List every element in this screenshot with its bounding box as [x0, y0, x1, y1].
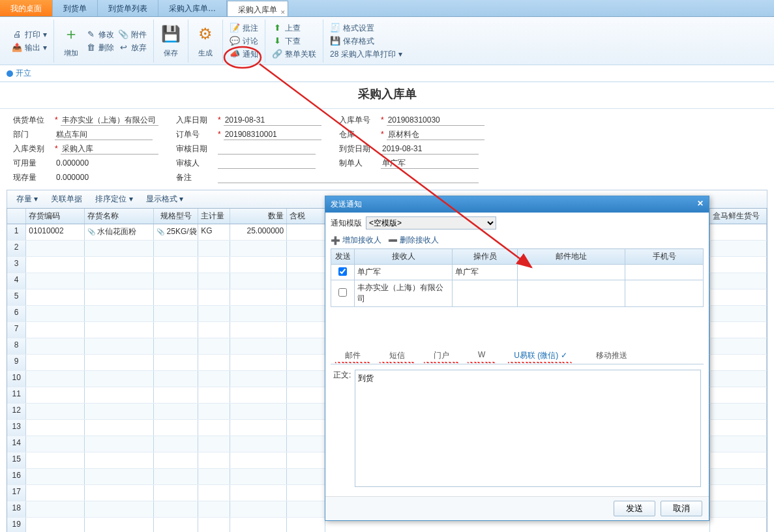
supplier-label: 供货单位: [13, 115, 52, 126]
intype-label: 入库类别: [13, 143, 52, 155]
attach-button[interactable]: 📎附件: [118, 29, 147, 40]
maker-field[interactable]: 单广军: [381, 157, 479, 169]
stock-value: 0.000000: [55, 171, 153, 183]
note-icon: 📝: [230, 23, 240, 33]
dept-field[interactable]: 糕点车间: [55, 128, 153, 140]
abandon-button[interactable]: ↩放弃: [118, 42, 147, 53]
header-form: 供货单位*丰亦实业（上海）有限公司 入库日期*2019-08-31 入库单号*2…: [0, 109, 774, 188]
subtab-sms[interactable]: 短信: [375, 347, 419, 364]
col-unit[interactable]: 主计量: [198, 209, 230, 224]
subtab-mail[interactable]: 邮件: [331, 347, 375, 364]
dialog-title-bar[interactable]: 发送通知 ✕: [325, 196, 709, 213]
gear-icon: ⚙: [195, 23, 216, 44]
save-button[interactable]: 💾保存: [160, 23, 181, 59]
up-icon: ⬆: [272, 23, 282, 33]
main-tabs: 我的桌面 到货单 到货单列表 采购入库单… 采购入库单✕: [0, 0, 774, 17]
wh-label: 仓库: [339, 129, 378, 140]
page-title: 采购入库单: [0, 82, 774, 109]
close-icon[interactable]: ✕: [280, 4, 286, 21]
export-icon: 📤: [12, 42, 22, 53]
indate-label: 入库日期: [176, 115, 215, 126]
message-type-tabs: 邮件 短信 门户 W U易联 (微信) ✓ 移动推送: [331, 347, 704, 364]
format-button[interactable]: 🧾格式设置: [330, 22, 402, 34]
tab-1[interactable]: 到货单: [53, 0, 98, 16]
auditor-field[interactable]: [218, 157, 316, 169]
save-icon: 💾: [160, 23, 181, 44]
megaphone-icon: 📣: [230, 49, 240, 59]
plus-icon: ➕: [331, 236, 340, 245]
send-button[interactable]: 发送: [614, 501, 655, 516]
modify-button[interactable]: ✎修改: [85, 29, 114, 40]
table-row[interactable]: 丰亦实业（上海）有限公司: [331, 280, 704, 307]
stock-label: 现存量: [13, 172, 52, 183]
dept-label: 部门: [13, 129, 52, 140]
minus-icon: ➖: [388, 236, 398, 245]
dialog-title: 发送通知: [331, 199, 362, 210]
status-bar: 开立: [0, 65, 774, 82]
link-icon: 🔗: [272, 49, 282, 59]
tab-3[interactable]: 采购入库单…: [158, 0, 227, 16]
generate-button[interactable]: ⚙生成: [195, 23, 216, 59]
col-phone: 手机号: [625, 249, 704, 265]
inno-label: 入库单号: [339, 115, 378, 126]
down-button[interactable]: ⬇下查: [272, 35, 316, 47]
subtab-w[interactable]: W: [464, 347, 499, 364]
template-label: 通知模版: [331, 218, 362, 229]
format-icon: 🧾: [330, 23, 340, 33]
col-tax[interactable]: 含税: [287, 209, 325, 224]
table-row[interactable]: 单广军单广军: [331, 265, 704, 280]
notify-button[interactable]: 📣通知: [230, 48, 258, 60]
tab-active[interactable]: 采购入库单✕: [227, 1, 288, 16]
col-qty[interactable]: 数量: [230, 209, 287, 224]
relate-button[interactable]: 关联单据: [46, 192, 87, 206]
approve-button[interactable]: 📝批注: [230, 22, 258, 34]
col-op: 操作员: [453, 249, 518, 265]
saveformat-button[interactable]: 💾保存格式: [330, 35, 402, 47]
template-select[interactable]: <空模版>: [366, 216, 496, 229]
discuss-button[interactable]: 💬讨论: [230, 35, 258, 47]
intype-field[interactable]: 采购入库: [61, 143, 158, 155]
col-mail: 邮件地址: [518, 249, 625, 265]
add-recipient-button[interactable]: ➕增加接收人: [331, 235, 381, 246]
clip-icon: 📎: [118, 29, 128, 40]
recipient-table: 发送 接收人 操作员 邮件地址 手机号 单广军单广军丰亦实业（上海）有限公司: [331, 248, 704, 307]
sort-dropdown[interactable]: 排序定位 ▾: [90, 192, 138, 206]
subtab-yilian[interactable]: U易联 (微信) ✓: [499, 347, 581, 364]
del-recipient-button[interactable]: ➖删除接收人: [388, 235, 439, 246]
inno-field[interactable]: 201908310030: [387, 114, 484, 126]
add-button[interactable]: ＋增加: [61, 23, 82, 59]
send-checkbox[interactable]: [338, 288, 347, 297]
subtab-portal[interactable]: 门户: [419, 347, 464, 364]
col-code[interactable]: 存货编码: [26, 209, 84, 224]
orderno-field[interactable]: 201908310001: [224, 128, 321, 140]
orderno-label: 订单号: [176, 129, 215, 140]
print-button[interactable]: 🖨打印 ▾: [12, 29, 47, 40]
auditdate-field[interactable]: [218, 143, 316, 155]
up-button[interactable]: ⬆上查: [272, 22, 316, 34]
cancel-button[interactable]: 取消: [661, 501, 702, 516]
label28-button[interactable]: 28 采购入库单打印 ▾: [330, 48, 402, 60]
whole-button[interactable]: 🔗整单关联: [272, 48, 316, 60]
arrivedate-field[interactable]: 2019-08-31: [381, 143, 479, 155]
tab-desktop[interactable]: 我的桌面: [0, 0, 53, 16]
col-name[interactable]: 存货名称: [85, 209, 155, 224]
body-textarea[interactable]: 到货: [355, 370, 701, 487]
output-button[interactable]: 📤输出 ▾: [12, 42, 47, 53]
delete-button[interactable]: 🗑删除: [85, 42, 114, 53]
tab-2[interactable]: 到货单列表: [98, 0, 158, 16]
supplier-field[interactable]: 丰亦实业（上海）有限公司: [61, 114, 158, 126]
wh-field[interactable]: 原材料仓: [387, 128, 484, 140]
body-label: 正文:: [333, 370, 351, 487]
col-hema[interactable]: 盒马鲜生货号: [710, 209, 767, 224]
remark-label: 备注: [176, 172, 215, 183]
stock-dropdown[interactable]: 存量 ▾: [11, 192, 43, 206]
close-icon[interactable]: ✕: [697, 199, 704, 210]
display-dropdown[interactable]: 显示格式 ▾: [141, 192, 188, 206]
send-checkbox[interactable]: [338, 267, 347, 276]
indate-field[interactable]: 2019-08-31: [224, 114, 321, 126]
trash-icon: 🗑: [85, 42, 96, 53]
down-icon: ⬇: [272, 36, 282, 46]
remark-field[interactable]: [218, 171, 479, 183]
subtab-push[interactable]: 移动推送: [582, 347, 642, 364]
col-spec[interactable]: 规格型号: [154, 209, 198, 224]
